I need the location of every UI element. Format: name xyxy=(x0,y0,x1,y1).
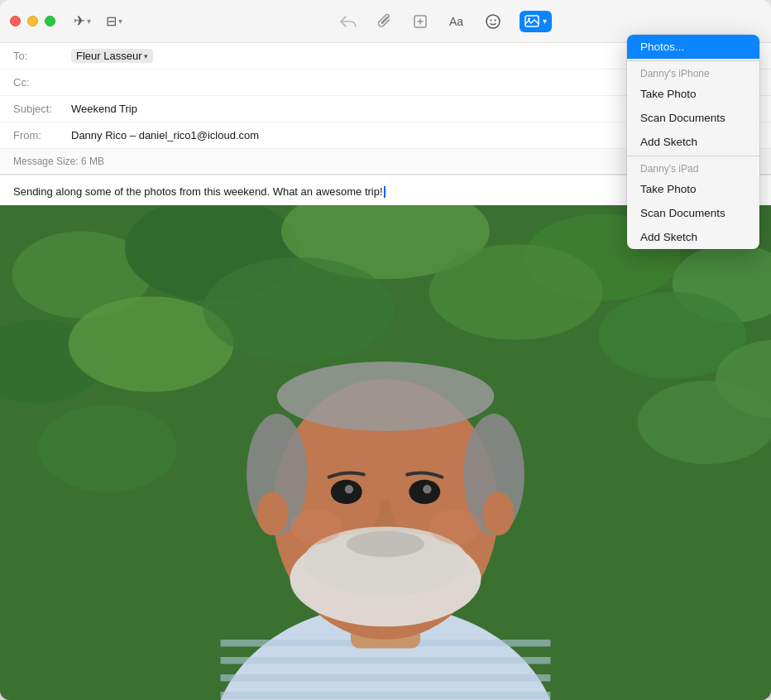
recipient-name: Fleur Lasseur xyxy=(76,50,141,62)
photo-placeholder xyxy=(0,205,771,701)
to-label: To: xyxy=(13,50,71,62)
subject-label: Subject: xyxy=(13,103,71,115)
layout-icon: ⊟ xyxy=(106,13,117,29)
menu-iphone-take-photo-label: Take Photo xyxy=(640,88,697,100)
menu-iphone-scan-label: Scan Documents xyxy=(640,112,726,124)
menu-item-iphone-take-photo[interactable]: Take Photo xyxy=(627,82,759,106)
svg-point-3 xyxy=(495,19,496,21)
close-button[interactable] xyxy=(10,16,21,26)
font-button[interactable]: Aa xyxy=(446,12,467,31)
menu-item-ipad-sketch[interactable]: Add Sketch xyxy=(627,225,759,249)
menu-separator-2 xyxy=(627,156,759,156)
edit-button[interactable] xyxy=(409,11,431,32)
minimize-button[interactable] xyxy=(27,16,38,26)
menu-item-iphone-scan[interactable]: Scan Documents xyxy=(627,106,759,130)
svg-point-33 xyxy=(423,485,432,494)
emoji-button[interactable] xyxy=(481,10,505,33)
svg-point-38 xyxy=(483,491,515,535)
svg-point-36 xyxy=(347,530,425,557)
svg-point-39 xyxy=(290,509,342,544)
menu-item-iphone-sketch[interactable]: Add Sketch xyxy=(627,130,759,154)
menu-item-ipad-scan[interactable]: Scan Documents xyxy=(627,201,759,225)
svg-rect-22 xyxy=(221,657,551,664)
send-chevron-icon: ▾ xyxy=(87,17,91,26)
subject-value[interactable]: Weekend Trip xyxy=(71,103,137,115)
menu-header-ipad: Danny's iPad xyxy=(627,158,759,177)
reply-icon xyxy=(340,15,357,28)
photo-dropdown-menu: Photos... Danny's iPhone Take Photo Scan… xyxy=(627,35,759,249)
compose-area: Sending along some of the photos from th… xyxy=(0,175,771,700)
svg-point-18 xyxy=(38,405,177,491)
message-size-value: 6 MB xyxy=(81,156,104,167)
message-size: Message Size: 6 MB xyxy=(13,156,676,167)
toolbar-center: Aa ▾ xyxy=(127,10,761,33)
email-photo xyxy=(0,205,771,701)
menu-ipad-scan-label: Scan Documents xyxy=(640,207,726,219)
emoji-icon xyxy=(485,13,501,30)
send-icon: ✈ xyxy=(74,12,85,30)
svg-point-19 xyxy=(638,381,772,464)
svg-point-2 xyxy=(491,19,492,21)
menu-iphone-sketch-label: Add Sketch xyxy=(640,136,697,148)
layout-button[interactable]: ⊟ ▾ xyxy=(101,10,127,32)
svg-point-16 xyxy=(204,257,395,362)
menu-ipad-take-photo-label: Take Photo xyxy=(640,183,697,195)
svg-point-40 xyxy=(429,509,481,544)
message-size-label: Message Size: xyxy=(13,156,79,167)
svg-rect-24 xyxy=(221,692,551,698)
recipient-chevron-icon: ▾ xyxy=(144,52,148,60)
from-label: From: xyxy=(13,129,71,141)
menu-photos-label: Photos... xyxy=(640,41,684,53)
attach-button[interactable] xyxy=(375,10,395,33)
font-icon: Aa xyxy=(449,15,463,28)
maximize-button[interactable] xyxy=(45,16,55,26)
menu-item-ipad-take-photo[interactable]: Take Photo xyxy=(627,177,759,201)
paperclip-icon xyxy=(378,13,391,30)
menu-header-iphone: Danny's iPhone xyxy=(627,63,759,82)
traffic-lights xyxy=(10,16,55,26)
cc-label: Cc: xyxy=(13,76,71,89)
reply-button[interactable] xyxy=(337,12,360,31)
send-button[interactable]: ✈ ▾ xyxy=(69,9,96,33)
message-text-content: Sending along some of the photos from th… xyxy=(13,185,383,198)
svg-point-29 xyxy=(277,362,495,431)
recipient-tag[interactable]: Fleur Lasseur ▾ xyxy=(71,49,153,63)
svg-rect-23 xyxy=(221,674,551,681)
svg-rect-4 xyxy=(525,16,539,26)
edit-icon xyxy=(413,14,428,29)
mail-window: ✈ ▾ ⊟ ▾ xyxy=(0,0,771,700)
photo-icon xyxy=(524,14,541,29)
text-cursor xyxy=(384,186,386,198)
menu-ipad-sketch-label: Add Sketch xyxy=(640,231,697,243)
menu-separator-1 xyxy=(627,60,759,61)
layout-chevron-icon: ▾ xyxy=(118,17,122,26)
svg-point-5 xyxy=(528,17,530,20)
svg-point-1 xyxy=(486,15,500,28)
svg-point-17 xyxy=(429,244,603,340)
toolbar-left: ✈ ▾ ⊟ ▾ xyxy=(69,9,127,33)
photo-insert-button[interactable]: ▾ xyxy=(520,11,552,32)
photo-chevron-icon: ▾ xyxy=(543,17,547,26)
menu-item-photos[interactable]: Photos... xyxy=(627,35,759,59)
from-value: Danny Rico – daniel_rico1@icloud.com xyxy=(71,129,259,141)
photo-area xyxy=(0,205,771,701)
svg-point-37 xyxy=(257,491,289,535)
svg-point-32 xyxy=(345,485,354,494)
